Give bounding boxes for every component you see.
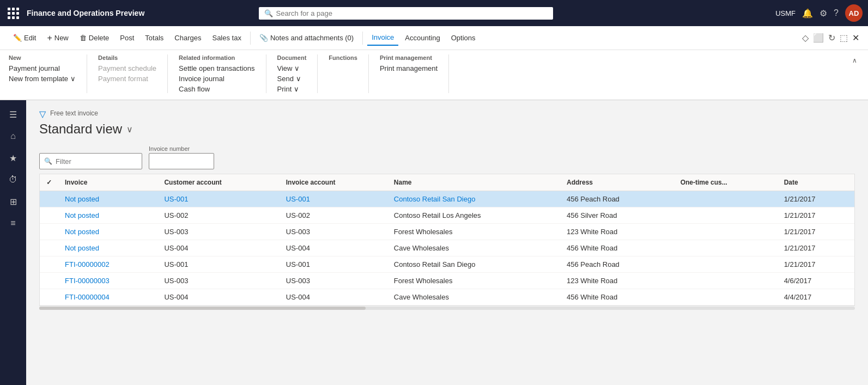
sidebar: ☰ ⌂ ★ ⏱ ⊞ ≡: [0, 100, 26, 385]
table-row[interactable]: FTI-00000004US-004US-004Cave Wholesales4…: [40, 289, 854, 305]
notification-icon[interactable]: 🔔: [802, 8, 813, 19]
new-from-template-link[interactable]: New from template ∨: [9, 75, 76, 83]
scroll-thumb: [39, 307, 366, 310]
ribbon-section-details: Details Payment schedule Payment format: [98, 54, 168, 93]
cell-invoice-account[interactable]: US-001: [280, 191, 387, 207]
col-name[interactable]: Name: [387, 174, 560, 191]
filter-search-box[interactable]: 🔍: [39, 153, 142, 169]
settle-open-transactions-link[interactable]: Settle open transactions: [179, 64, 254, 72]
sidebar-hamburger[interactable]: ☰: [3, 105, 23, 124]
sidebar-recent[interactable]: ⏱: [3, 170, 23, 190]
cell-invoice[interactable]: Not posted: [58, 224, 157, 240]
row-check[interactable]: [40, 256, 58, 273]
print-link[interactable]: Print ∨: [277, 85, 307, 93]
favorites-icon[interactable]: ◇: [802, 33, 809, 43]
print-management-link[interactable]: Print management: [380, 64, 438, 72]
cash-flow-link[interactable]: Cash flow: [179, 85, 254, 93]
sidebar-home[interactable]: ⌂: [3, 126, 23, 146]
cell-invoice[interactable]: Not posted: [58, 240, 157, 256]
cell-invoice[interactable]: FTI-00000003: [58, 273, 157, 289]
invoice-number-input[interactable]: [149, 153, 214, 169]
col-invoice-account[interactable]: Invoice account: [280, 174, 387, 191]
table-row[interactable]: FTI-00000003US-003US-003Forest Wholesale…: [40, 273, 854, 289]
cell-customer-account[interactable]: US-001: [157, 191, 279, 207]
sidebar-workspaces[interactable]: ⊞: [3, 192, 23, 211]
filter-icon[interactable]: ▽: [39, 109, 46, 119]
row-check[interactable]: [40, 289, 58, 305]
waffle-menu[interactable]: [5, 5, 21, 21]
payment-format-link[interactable]: Payment format: [98, 75, 156, 83]
notes-attachments-button[interactable]: 📎 Notes and attachments (0): [255, 30, 358, 45]
col-one-time-cus[interactable]: One-time cus...: [674, 174, 778, 191]
top-bar: Finance and Operations Preview 🔍 USMF 🔔 …: [0, 0, 868, 26]
title-chevron-icon[interactable]: ∨: [126, 124, 133, 135]
ribbon-print-mgmt-items: Print management: [380, 64, 438, 72]
col-address[interactable]: Address: [560, 174, 674, 191]
col-invoice[interactable]: Invoice: [58, 174, 157, 191]
accounting-button[interactable]: Accounting: [400, 30, 444, 45]
sidebar-modules[interactable]: ≡: [3, 213, 23, 233]
invoice-tab-button[interactable]: Invoice: [367, 30, 398, 46]
sidebar-favorites[interactable]: ★: [3, 148, 23, 168]
horizontal-scrollbar[interactable]: [39, 306, 855, 310]
ribbon-section-details-title: Details: [98, 54, 156, 61]
filter-input[interactable]: [56, 157, 137, 166]
cell-invoice[interactable]: FTI-00000004: [58, 289, 157, 305]
sales-tax-button[interactable]: Sales tax: [208, 30, 245, 45]
table-row[interactable]: Not postedUS-001US-001Contoso Retail San…: [40, 191, 854, 207]
payment-schedule-link[interactable]: Payment schedule: [98, 64, 156, 72]
table-row[interactable]: FTI-00000002US-001US-001Contoso Retail S…: [40, 256, 854, 273]
ribbon-collapse-button[interactable]: ∧: [850, 54, 859, 66]
cell-name[interactable]: Contoso Retail San Diego: [387, 191, 560, 207]
invoice-table: ✓ Invoice Customer account Invoice accou…: [40, 174, 854, 305]
row-check[interactable]: [40, 240, 58, 256]
command-bar: ✏️ Edit + New 🗑 Delete Post Totals Charg…: [0, 26, 868, 50]
ribbon-section-print-mgmt: Print management Print management: [380, 54, 449, 93]
col-customer-account[interactable]: Customer account: [157, 174, 279, 191]
row-check[interactable]: [40, 207, 58, 224]
edit-button[interactable]: ✏️ Edit: [9, 30, 40, 45]
help-icon[interactable]: ?: [834, 8, 839, 18]
main-layout: ☰ ⌂ ★ ⏱ ⊞ ≡ ▽ Free text invoice Standard…: [0, 100, 868, 385]
payment-journal-link[interactable]: Payment journal: [9, 64, 76, 72]
totals-button[interactable]: Totals: [141, 30, 168, 45]
delete-button[interactable]: 🗑 Delete: [75, 30, 114, 45]
close-icon[interactable]: ✕: [852, 33, 859, 43]
cell-invoice[interactable]: Not posted: [58, 191, 157, 207]
post-button[interactable]: Post: [116, 30, 138, 45]
cell-invoice-account: US-001: [280, 256, 387, 273]
table-row[interactable]: Not postedUS-004US-004Cave Wholesales456…: [40, 240, 854, 256]
col-check: ✓: [40, 174, 58, 191]
page-title: Standard view: [39, 121, 122, 137]
table-row[interactable]: Not postedUS-003US-003Forest Wholesales1…: [40, 224, 854, 240]
table-row[interactable]: Not postedUS-002US-002Contoso Retail Los…: [40, 207, 854, 224]
avatar[interactable]: AD: [845, 4, 863, 22]
split-icon[interactable]: ⬜: [813, 33, 824, 43]
refresh-icon[interactable]: ↻: [828, 33, 835, 43]
view-link[interactable]: View ∨: [277, 64, 307, 72]
ribbon-section-document: Document View ∨ Send ∨ Print ∨: [277, 54, 318, 93]
search-input[interactable]: [276, 9, 548, 17]
row-check[interactable]: [40, 191, 58, 207]
options-button[interactable]: Options: [447, 30, 480, 45]
send-link[interactable]: Send ∨: [277, 75, 307, 83]
global-search[interactable]: 🔍: [259, 7, 553, 20]
invoice-journal-link[interactable]: Invoice journal: [179, 75, 254, 83]
cell-invoice[interactable]: Not posted: [58, 207, 157, 224]
row-check[interactable]: [40, 224, 58, 240]
col-date[interactable]: Date: [778, 174, 854, 191]
cmd-separator-1: [250, 32, 251, 45]
charges-button[interactable]: Charges: [170, 30, 205, 45]
ribbon-related-items: Settle open transactions Invoice journal…: [179, 64, 254, 93]
settings-icon[interactable]: ⚙: [820, 8, 827, 19]
ribbon-details-items: Payment schedule Payment format: [98, 64, 156, 83]
cell-invoice[interactable]: FTI-00000002: [58, 256, 157, 273]
row-check[interactable]: [40, 273, 58, 289]
ribbon-section-functions-title: Functions: [329, 54, 357, 61]
new-button[interactable]: + New: [43, 30, 72, 46]
cell-invoice-account: US-002: [280, 207, 387, 224]
cell-one-time-cus: [674, 207, 778, 224]
cell-name: Contoso Retail Los Angeles: [387, 207, 560, 224]
open-icon[interactable]: ⬚: [840, 33, 848, 43]
cell-one-time-cus: [674, 289, 778, 305]
